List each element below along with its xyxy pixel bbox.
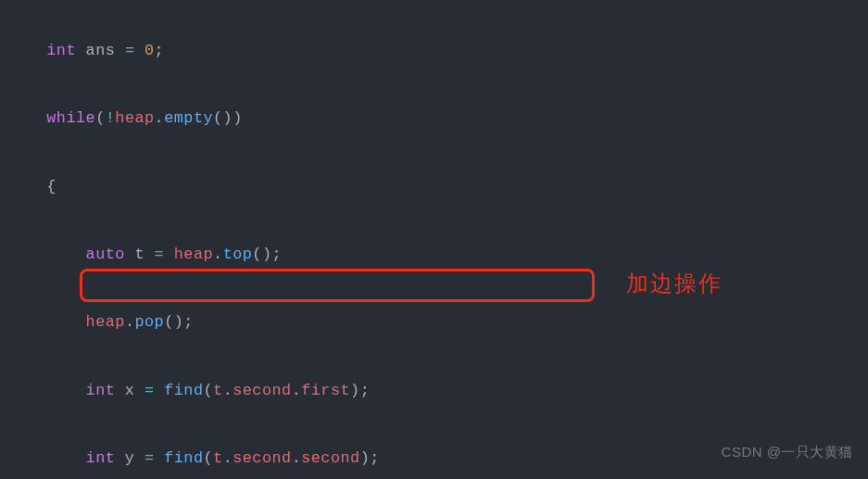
code-line-4: auto t = heap.top(); bbox=[7, 238, 868, 272]
code-line-6: int x = find(t.second.first); bbox=[7, 374, 868, 409]
annotation-label: 加边操作 bbox=[626, 267, 723, 301]
watermark: CSDN @一只大黄猫 bbox=[722, 435, 853, 470]
code-line-2: while(!heap.empty()) bbox=[7, 102, 868, 136]
code-line-5: heap.pop(); bbox=[7, 306, 868, 340]
code-block: int ans = 0; while(!heap.empty()) { auto… bbox=[0, 0, 868, 479]
code-line-3: { bbox=[7, 170, 868, 205]
code-line-1: int ans = 0; bbox=[7, 34, 868, 69]
